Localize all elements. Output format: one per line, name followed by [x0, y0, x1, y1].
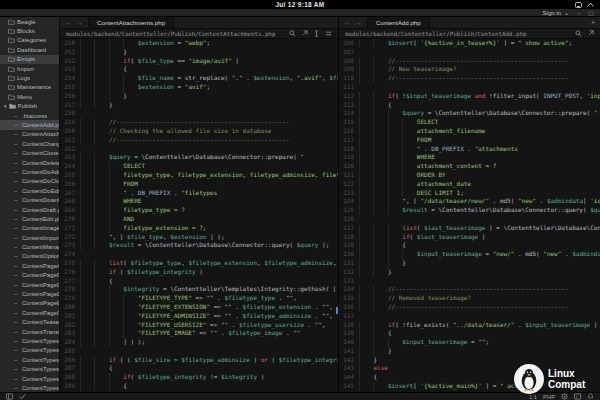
code-line[interactable]: 136//-----------------------------------… — [339, 303, 600, 312]
code-line[interactable]: 281"FILETYPE_ADMINSIZE" => "" . $filetyp… — [60, 312, 338, 321]
sidebar-file[interactable]: ~ContentTypesC — [0, 336, 59, 345]
sidebar-file[interactable]: ~ContentAdd.ph — [0, 120, 59, 129]
code-line[interactable]: 270AND — [60, 215, 338, 224]
cursor-position[interactable]: 1:1 — [529, 394, 537, 400]
code-line[interactable]: 265filetype_type, filetype_extension, fi… — [60, 171, 338, 180]
code-line[interactable]: 106$insert[ '{%active_in_teaser%}' ] = "… — [339, 39, 600, 48]
code-line[interactable]: 273$result = \Contentteller\Database\Con… — [60, 241, 338, 250]
language-selector[interactable]: PHP — [543, 394, 555, 400]
sidebar-file[interactable]: ~ContentDoAdd. — [0, 167, 59, 176]
code-line[interactable]: 266FROM — [60, 180, 338, 189]
code-line[interactable]: 261//-----------------------------------… — [60, 136, 338, 145]
clock[interactable]: Jul 12 9:18 AM — [275, 1, 324, 8]
bell-icon[interactable] — [587, 393, 594, 400]
code-line[interactable]: 140$input_teaserimage = ""; — [339, 338, 600, 347]
code-line[interactable]: 250$extension = "webp"; — [60, 39, 338, 48]
nav-forward-icon[interactable]: → — [355, 19, 362, 26]
sidebar-folder-emojis[interactable]: Emojis — [0, 55, 59, 64]
expand-icon[interactable] — [301, 30, 308, 37]
sidebar-file[interactable]: ~ContentDownlo — [0, 195, 59, 204]
code-line[interactable]: 283"FILETYPE_IMAGE" => "" . $filetype_im… — [60, 329, 338, 338]
sidebar-file[interactable]: ~ContentTeaser — [0, 318, 59, 327]
sidebar-file[interactable]: ~ContentManag — [0, 242, 59, 251]
code-line[interactable]: 129{ — [339, 241, 600, 250]
code-line[interactable]: 127list( $last_teaserimage ) = \Contentt… — [339, 224, 600, 233]
project-panel-toggle-icon[interactable] — [6, 393, 13, 400]
sidebar-file[interactable]: ~ContentDoEdit. — [0, 186, 59, 195]
sidebar-folder-publish[interactable]: ▾Publish — [0, 102, 59, 111]
code-line[interactable]: 269filetype_type = ? — [60, 206, 338, 215]
sidebar-file[interactable]: ~ContentDraft.p — [0, 205, 59, 214]
code-line[interactable]: 116attachment_filename — [339, 127, 600, 136]
code-line[interactable]: 112if( !$input_teaserimage and !filter_i… — [339, 92, 600, 101]
tab-contentadd[interactable]: ContentAdd.php — [367, 17, 430, 28]
code-line[interactable]: 275list( $filetype_type, $filetype_exten… — [60, 259, 338, 268]
sidebar-file[interactable]: ~ContentDoClon — [0, 177, 59, 186]
code-line[interactable]: 282"FILETYPE_USERSIZE" => "" . $filetype… — [60, 321, 338, 330]
tab-contentattachments[interactable]: ContentAttachments.php — [88, 17, 174, 28]
sidebar-folder-import[interactable]: Import — [0, 64, 59, 73]
code-line[interactable]: 128if( $last_teaserimage ) — [339, 233, 600, 242]
code-line[interactable]: 119WHERE — [339, 153, 600, 162]
code-line[interactable]: 289{ — [60, 382, 338, 391]
code-editor-right[interactable]: 106$insert[ '{%active_in_teaser%}' ] = "… — [339, 39, 600, 392]
code-line[interactable]: 126 — [339, 215, 600, 224]
code-line[interactable]: 252if( $file_type == "image/avif" ) — [60, 57, 338, 66]
code-line[interactable]: 123DESC LIMIT 1; — [339, 189, 600, 198]
sidebar-file[interactable]: ~ContentPageEd — [0, 299, 59, 308]
search-icon[interactable] — [575, 30, 582, 37]
code-line[interactable]: 285 — [60, 347, 338, 356]
sidebar-file[interactable]: ~.htaccess — [0, 111, 59, 120]
code-line[interactable]: 118" . DB_PREFIX . "attachments — [339, 145, 600, 154]
code-line[interactable]: 110//-----------------------------------… — [339, 74, 600, 83]
sidebar-file[interactable]: ~ContentPageDo — [0, 289, 59, 298]
sidebar-file[interactable]: ~ContentChange — [0, 139, 59, 148]
code-line[interactable]: 108//-----------------------------------… — [339, 57, 600, 66]
code-line[interactable]: 117FROM — [339, 136, 600, 145]
project-panel[interactable]: BeagleBlocksCategoriesDashboardEmojisImp… — [0, 17, 60, 392]
assistant-icon[interactable] — [561, 393, 568, 400]
code-line[interactable]: 131} — [339, 259, 600, 268]
code-line[interactable]: 141} — [339, 347, 600, 356]
system-tray[interactable] — [575, 0, 594, 9]
sidebar-file[interactable]: ~ContentEdit.ph — [0, 214, 59, 223]
code-line[interactable]: 256} — [60, 92, 338, 101]
code-line[interactable]: 276if ( $filetype_integrity ) — [60, 268, 338, 277]
code-line[interactable]: 107 — [339, 48, 600, 57]
code-line[interactable]: 124", [ "/data/teaser/new/" . md5( "new"… — [339, 197, 600, 206]
code-line[interactable]: 254$file_name = str_replace( "." . $exte… — [60, 74, 338, 83]
code-line[interactable]: 264SELECT — [60, 162, 338, 171]
sign-in-button[interactable]: Sign in ⌄ — [543, 9, 569, 16]
sidebar-file[interactable]: ~ContentImport. — [0, 233, 59, 242]
expand-icon[interactable] — [587, 30, 594, 37]
search-icon[interactable] — [289, 30, 296, 37]
menu-icon[interactable] — [325, 30, 332, 37]
code-line[interactable]: 260// Checking the allowed file size in … — [60, 127, 338, 136]
sidebar-folder-maintenance[interactable]: Maintenance — [0, 83, 59, 92]
code-line[interactable]: 268WHERE — [60, 197, 338, 206]
sidebar-file[interactable]: ~ContentPageDo — [0, 280, 59, 289]
diagnostics-icon[interactable] — [19, 393, 26, 400]
code-line[interactable]: 137 — [339, 312, 600, 321]
sidebar-file[interactable]: ~ContentTransla — [0, 327, 59, 336]
sidebar-file[interactable]: ~ContentClone.p — [0, 148, 59, 157]
code-line[interactable]: 288if( $filetype_integrity != $integrity… — [60, 373, 338, 382]
code-line[interactable]: 139{ — [339, 329, 600, 338]
code-line[interactable]: 274 — [60, 250, 338, 259]
sidebar-folder-logs[interactable]: Logs — [0, 73, 59, 82]
sidebar-file[interactable]: ~ContentTypesF — [0, 383, 59, 392]
breadcrumb[interactable]: modules/backend/Contentteller/Publish/Co… — [345, 31, 572, 37]
minimize-button[interactable]: – — [577, 9, 580, 17]
code-line[interactable]: 287{ — [60, 364, 338, 373]
code-line[interactable]: 132} — [339, 268, 600, 277]
code-editor-left[interactable]: 250$extension = "webp";251}252if( $file_… — [60, 39, 338, 392]
nav-forward-icon[interactable]: → — [76, 19, 83, 26]
sidebar-file[interactable]: ~ContentPageDe — [0, 271, 59, 280]
code-line[interactable]: 109// New teaserimage? — [339, 65, 600, 74]
nav-back-icon[interactable]: ← — [65, 19, 72, 26]
code-line[interactable]: 286if ( ( $file_size > $filetype_adminsi… — [60, 356, 338, 365]
code-line[interactable]: 278$integrity = \Contentteller\Templates… — [60, 285, 338, 294]
code-line[interactable]: 279"FILETYPE_TYPE" => "" . $filetype_typ… — [60, 294, 338, 303]
sidebar-folder-menu[interactable]: Menu — [0, 92, 59, 101]
new-tab-button[interactable]: + — [586, 17, 600, 28]
